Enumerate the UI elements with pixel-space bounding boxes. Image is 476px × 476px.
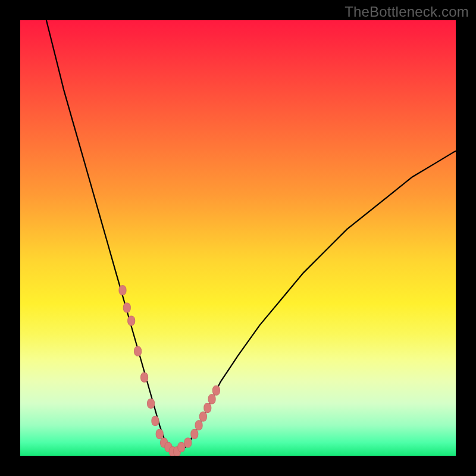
plot-area — [20, 20, 456, 456]
marker-point — [208, 394, 215, 404]
marker-point — [128, 316, 135, 325]
marker-point — [195, 421, 202, 430]
marker-point — [204, 403, 211, 413]
marker-point — [148, 399, 155, 408]
marker-point — [178, 442, 185, 452]
marker-point — [199, 412, 206, 421]
marker-point — [152, 416, 159, 425]
marker-point — [119, 286, 126, 295]
marker-point — [184, 438, 192, 447]
curve-layer — [20, 20, 456, 456]
bottleneck-curve — [46, 20, 456, 452]
marker-point — [191, 429, 198, 439]
watermark-text: TheBottleneck.com — [345, 4, 469, 20]
marker-point — [123, 303, 130, 312]
highlight-markers — [119, 286, 220, 456]
marker-point — [156, 429, 163, 439]
marker-point — [134, 346, 142, 356]
marker-point — [141, 372, 148, 382]
marker-point — [212, 386, 220, 395]
chart-frame: TheBottleneck.com — [0, 0, 476, 476]
